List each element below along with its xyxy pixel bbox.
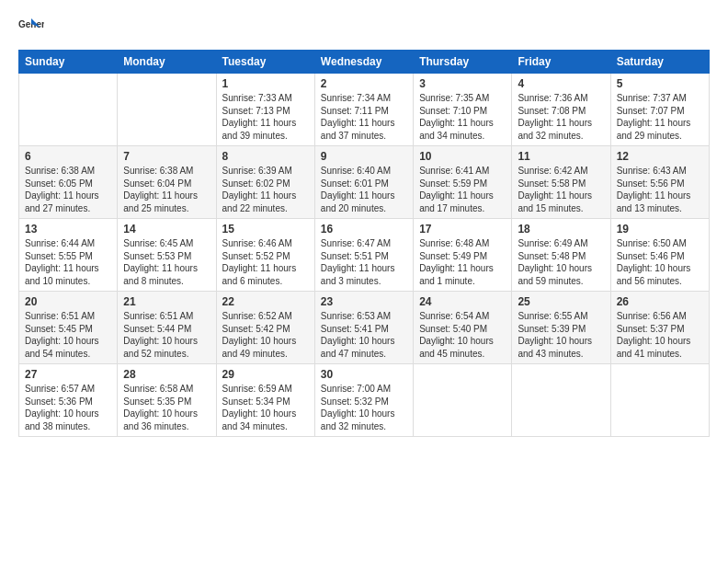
calendar-cell: 2Sunrise: 7:34 AMSunset: 7:11 PMDaylight… <box>314 74 413 146</box>
day-info: Sunrise: 6:40 AMSunset: 6:01 PMDaylight:… <box>321 165 407 214</box>
week-row-0: 1Sunrise: 7:33 AMSunset: 7:13 PMDaylight… <box>19 74 710 146</box>
calendar-cell: 22Sunrise: 6:52 AMSunset: 5:42 PMDayligh… <box>216 292 314 364</box>
day-info: Sunrise: 6:49 AMSunset: 5:48 PMDaylight:… <box>518 237 604 287</box>
day-info: Sunrise: 6:51 AMSunset: 5:44 PMDaylight:… <box>123 310 210 360</box>
calendar-cell: 28Sunrise: 6:58 AMSunset: 5:35 PMDayligh… <box>118 364 216 437</box>
day-number: 16 <box>321 223 407 236</box>
page: General SundayMondayTuesdayWednesdayThur… <box>0 0 728 563</box>
day-number: 24 <box>419 295 506 308</box>
calendar-cell: 19Sunrise: 6:50 AMSunset: 5:46 PMDayligh… <box>610 219 709 292</box>
day-number: 3 <box>419 77 506 90</box>
week-row-1: 6Sunrise: 6:38 AMSunset: 6:05 PMDaylight… <box>19 146 710 219</box>
day-number: 1 <box>222 77 309 90</box>
day-info: Sunrise: 6:47 AMSunset: 5:51 PMDaylight:… <box>321 237 407 287</box>
header-day-monday: Monday <box>118 51 216 74</box>
day-number: 18 <box>518 223 604 236</box>
day-info: Sunrise: 6:43 AMSunset: 5:56 PMDaylight:… <box>617 165 703 214</box>
calendar-cell: 11Sunrise: 6:42 AMSunset: 5:58 PMDayligh… <box>512 146 610 219</box>
day-info: Sunrise: 6:39 AMSunset: 6:02 PMDaylight:… <box>222 165 309 214</box>
calendar-cell: 27Sunrise: 6:57 AMSunset: 5:36 PMDayligh… <box>19 364 118 437</box>
day-info: Sunrise: 7:34 AMSunset: 7:11 PMDaylight:… <box>321 92 407 142</box>
day-info: Sunrise: 7:33 AMSunset: 7:13 PMDaylight:… <box>222 92 309 142</box>
day-number: 5 <box>617 77 703 90</box>
calendar-cell: 14Sunrise: 6:45 AMSunset: 5:53 PMDayligh… <box>118 219 216 292</box>
day-number: 17 <box>419 223 506 236</box>
day-info: Sunrise: 6:56 AMSunset: 5:37 PMDaylight:… <box>617 310 703 360</box>
day-info: Sunrise: 6:46 AMSunset: 5:52 PMDaylight:… <box>222 237 309 287</box>
calendar-cell: 29Sunrise: 6:59 AMSunset: 5:34 PMDayligh… <box>216 364 314 437</box>
calendar-cell: 13Sunrise: 6:44 AMSunset: 5:55 PMDayligh… <box>19 219 118 292</box>
day-number: 22 <box>222 295 309 308</box>
calendar-cell <box>414 364 512 437</box>
day-info: Sunrise: 7:35 AMSunset: 7:10 PMDaylight:… <box>419 92 506 142</box>
day-info: Sunrise: 6:52 AMSunset: 5:42 PMDaylight:… <box>222 310 309 360</box>
day-number: 19 <box>617 223 703 236</box>
day-info: Sunrise: 6:45 AMSunset: 5:53 PMDaylight:… <box>123 237 210 287</box>
calendar-cell: 21Sunrise: 6:51 AMSunset: 5:44 PMDayligh… <box>118 292 216 364</box>
header-day-tuesday: Tuesday <box>216 51 314 74</box>
calendar-cell: 1Sunrise: 7:33 AMSunset: 7:13 PMDaylight… <box>216 74 314 146</box>
day-number: 6 <box>25 150 111 163</box>
calendar-cell <box>118 74 216 146</box>
day-info: Sunrise: 6:57 AMSunset: 5:36 PMDaylight:… <box>25 383 111 432</box>
day-info: Sunrise: 6:53 AMSunset: 5:41 PMDaylight:… <box>321 310 407 360</box>
logo: General <box>18 15 48 40</box>
day-info: Sunrise: 6:55 AMSunset: 5:39 PMDaylight:… <box>518 310 604 360</box>
day-info: Sunrise: 7:00 AMSunset: 5:32 PMDaylight:… <box>321 383 407 432</box>
week-row-4: 27Sunrise: 6:57 AMSunset: 5:36 PMDayligh… <box>19 364 710 437</box>
day-number: 8 <box>222 150 309 163</box>
header-day-saturday: Saturday <box>610 51 709 74</box>
calendar-cell: 4Sunrise: 7:36 AMSunset: 7:08 PMDaylight… <box>512 74 610 146</box>
calendar-cell: 7Sunrise: 6:38 AMSunset: 6:04 PMDaylight… <box>118 146 216 219</box>
calendar-cell: 5Sunrise: 7:37 AMSunset: 7:07 PMDaylight… <box>610 74 709 146</box>
day-number: 25 <box>518 295 604 308</box>
calendar-cell: 20Sunrise: 6:51 AMSunset: 5:45 PMDayligh… <box>19 292 118 364</box>
day-info: Sunrise: 6:42 AMSunset: 5:58 PMDaylight:… <box>518 165 604 214</box>
day-info: Sunrise: 6:48 AMSunset: 5:49 PMDaylight:… <box>419 237 506 287</box>
calendar-cell: 18Sunrise: 6:49 AMSunset: 5:48 PMDayligh… <box>512 219 610 292</box>
day-number: 10 <box>419 150 506 163</box>
week-row-2: 13Sunrise: 6:44 AMSunset: 5:55 PMDayligh… <box>19 219 710 292</box>
calendar-cell: 9Sunrise: 6:40 AMSunset: 6:01 PMDaylight… <box>314 146 413 219</box>
day-number: 2 <box>321 77 407 90</box>
logo-icon: General <box>18 15 44 40</box>
day-number: 13 <box>25 223 111 236</box>
day-number: 30 <box>321 368 407 381</box>
day-number: 14 <box>123 223 210 236</box>
day-number: 15 <box>222 223 309 236</box>
day-number: 27 <box>25 368 111 381</box>
calendar-cell: 3Sunrise: 7:35 AMSunset: 7:10 PMDaylight… <box>414 74 512 146</box>
calendar-cell: 10Sunrise: 6:41 AMSunset: 5:59 PMDayligh… <box>414 146 512 219</box>
day-info: Sunrise: 6:41 AMSunset: 5:59 PMDaylight:… <box>419 165 506 214</box>
day-number: 23 <box>321 295 407 308</box>
day-number: 11 <box>518 150 604 163</box>
calendar-cell <box>610 364 709 437</box>
calendar-table: SundayMondayTuesdayWednesdayThursdayFrid… <box>18 50 710 437</box>
day-info: Sunrise: 7:36 AMSunset: 7:08 PMDaylight:… <box>518 92 604 142</box>
calendar-cell: 25Sunrise: 6:55 AMSunset: 5:39 PMDayligh… <box>512 292 610 364</box>
day-number: 20 <box>25 295 111 308</box>
day-number: 7 <box>123 150 210 163</box>
day-info: Sunrise: 6:44 AMSunset: 5:55 PMDaylight:… <box>25 237 111 287</box>
calendar-cell: 26Sunrise: 6:56 AMSunset: 5:37 PMDayligh… <box>610 292 709 364</box>
day-number: 9 <box>321 150 407 163</box>
week-row-3: 20Sunrise: 6:51 AMSunset: 5:45 PMDayligh… <box>19 292 710 364</box>
calendar-cell: 16Sunrise: 6:47 AMSunset: 5:51 PMDayligh… <box>314 219 413 292</box>
calendar-cell <box>512 364 610 437</box>
calendar-cell: 24Sunrise: 6:54 AMSunset: 5:40 PMDayligh… <box>414 292 512 364</box>
calendar-cell: 23Sunrise: 6:53 AMSunset: 5:41 PMDayligh… <box>314 292 413 364</box>
calendar-cell: 8Sunrise: 6:39 AMSunset: 6:02 PMDaylight… <box>216 146 314 219</box>
header-day-sunday: Sunday <box>19 51 118 74</box>
day-info: Sunrise: 6:51 AMSunset: 5:45 PMDaylight:… <box>25 310 111 360</box>
day-number: 26 <box>617 295 703 308</box>
day-info: Sunrise: 6:54 AMSunset: 5:40 PMDaylight:… <box>419 310 506 360</box>
day-info: Sunrise: 6:58 AMSunset: 5:35 PMDaylight:… <box>123 383 210 432</box>
header-day-wednesday: Wednesday <box>314 51 413 74</box>
day-number: 28 <box>123 368 210 381</box>
day-info: Sunrise: 6:59 AMSunset: 5:34 PMDaylight:… <box>222 383 309 432</box>
calendar-cell: 6Sunrise: 6:38 AMSunset: 6:05 PMDaylight… <box>19 146 118 219</box>
day-number: 4 <box>518 77 604 90</box>
header-day-friday: Friday <box>512 51 610 74</box>
day-number: 21 <box>123 295 210 308</box>
calendar-cell <box>19 74 118 146</box>
